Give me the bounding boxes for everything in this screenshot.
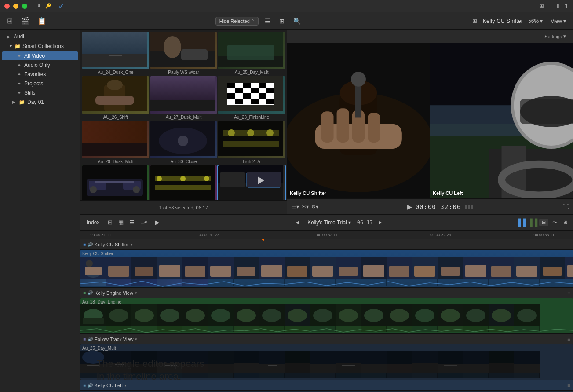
clip-item-clip3[interactable]: Au_25_Day_Mult [218, 32, 285, 75]
sidebar-item-projects[interactable]: ✦ Projects [2, 79, 78, 88]
fullscreen-button[interactable] [22, 4, 27, 9]
close-button[interactable] [4, 4, 10, 9]
clip-thumbnail [218, 76, 285, 114]
svg-point-52 [157, 176, 162, 181]
clip-item-clip10[interactable]: Lights2_B [82, 165, 149, 200]
ruler-mark-3: 00:00:32:23 [430, 233, 451, 237]
search-button[interactable]: 🔍 [291, 16, 303, 26]
svg-rect-49 [150, 165, 215, 200]
clip-label: Au_30_Close [150, 159, 217, 164]
clip-item-clip7[interactable]: Au_29_Dusk_Mult [82, 121, 149, 164]
list-view-toggle[interactable]: ☰ [262, 16, 273, 26]
clip-label: Au_28_FinishLine [218, 115, 285, 120]
preview-settings: Settings ▾ [287, 30, 573, 43]
all-video-label: All Video [24, 53, 45, 59]
clip-item-clip4[interactable]: AU_26_Shift [82, 76, 149, 119]
column-view-icon[interactable]: ⫼ [555, 3, 560, 9]
hide-rejected-chevron: ⌃ [251, 19, 255, 23]
sidebar-item-audi[interactable]: ▶ Audi [2, 32, 78, 41]
svg-point-12 [107, 80, 123, 90]
library-icon[interactable]: ⊞ [4, 15, 15, 26]
svg-rect-38 [223, 141, 279, 147]
svg-rect-29 [266, 99, 274, 104]
track1-clip-area[interactable]: Kelly CU Shifter [80, 250, 573, 287]
svg-rect-192 [361, 364, 387, 373]
grid-view-toggle[interactable]: ⊞ [277, 16, 287, 26]
sidebar-smart-collections[interactable]: ▼ 📁 Smart Collections [0, 41, 80, 51]
clip-item-clip9[interactable]: Light2_A [218, 121, 285, 164]
timeline-list-view[interactable]: ☰ [127, 218, 137, 227]
track1-name: Kelly CU Shifter [95, 242, 129, 247]
timeline-clip-view[interactable]: ⊞ [106, 218, 115, 227]
trim-tool[interactable]: ✂▾ [302, 204, 309, 210]
svg-rect-99 [237, 267, 255, 276]
timecode-separator: ▮▮▮ [464, 204, 474, 210]
event-icon[interactable]: 🎬 [18, 15, 32, 26]
svg-rect-28 [251, 99, 259, 104]
all-video-icon: ✦ [16, 53, 22, 59]
play-timeline-button[interactable]: ▶ [153, 218, 162, 227]
track3-menu: ≡ [567, 336, 570, 342]
index-button[interactable]: Index [84, 219, 102, 227]
clip-item-clip6[interactable]: Au_28_FinishLine [218, 76, 285, 119]
svg-rect-115 [441, 267, 460, 276]
sidebar-item-favorites[interactable]: ✦ Favorites [2, 70, 78, 79]
view-menu-button[interactable]: View ▾ [548, 17, 569, 26]
audio-waveform-btn[interactable]: 〜 [550, 218, 559, 227]
download-icon[interactable]: ⬇ [35, 3, 42, 10]
timeline-filmstrip-view[interactable]: ▦ [116, 218, 126, 227]
svg-point-162 [517, 309, 537, 322]
svg-point-148 [339, 309, 358, 322]
settings-button[interactable]: Settings ▾ [542, 32, 569, 40]
clip-item-clip12[interactable]: Kelly's Time Trial [218, 165, 285, 200]
audio-meter-icon: ▐▐ [516, 219, 526, 227]
smart-collections-icon: 📁 [15, 44, 21, 49]
svg-point-53 [180, 176, 186, 181]
play-button[interactable]: ▶ [407, 203, 412, 210]
sidebar-item-day01[interactable]: ▶ 📁 Day 01 [2, 98, 78, 106]
stills-icon: ✦ [16, 90, 22, 96]
nav-right-button[interactable]: ▶ [376, 219, 384, 226]
audio-only-icon: ✦ [16, 62, 22, 68]
stills-label: Stills [24, 90, 35, 96]
clip-thumbnail [150, 76, 217, 114]
share-icon[interactable]: ⬆ [564, 3, 569, 9]
grid-layout-button[interactable]: ⊞ [470, 16, 480, 26]
sidebar-item-audio-only[interactable]: ✦ Audio Only [2, 61, 78, 70]
clip-item-clip11[interactable]: Lights1_A [150, 165, 217, 200]
track2-audio-wave [80, 327, 573, 333]
svg-rect-93 [159, 265, 180, 277]
project-name-button[interactable]: Kelly's Time Trial ▾ [305, 218, 354, 227]
hide-rejected-button[interactable]: Hide Rejected ⌃ [215, 17, 259, 26]
svg-point-71 [351, 72, 366, 87]
clip-item-clip5[interactable]: Au_27_Dusk_Mult [150, 76, 217, 119]
svg-rect-113 [414, 266, 435, 277]
ruler-mark-1: 00:00:31:23 [199, 233, 220, 237]
sidebar-item-stills[interactable]: ✦ Stills [2, 88, 78, 97]
clip-item-clip2[interactable]: Pauly WS w/car [150, 32, 217, 75]
ruler-mark-2: 00:00:32:11 [317, 233, 338, 237]
project-icon[interactable]: 📋 [35, 15, 49, 26]
minimize-button[interactable] [13, 4, 18, 9]
svg-rect-123 [543, 267, 562, 276]
preview-viewer[interactable]: Kelly CU Shifter [287, 43, 573, 198]
clip-thumbnail [82, 121, 149, 158]
zoom-in-btn[interactable]: ⊞ [539, 219, 548, 226]
clip-view-toggle[interactable]: ▭▾ [292, 204, 299, 210]
clip-item-clip1[interactable]: Au_24_Dusk_One [82, 32, 149, 75]
svg-point-41 [266, 129, 274, 136]
clip-item-clip8[interactable]: Au_30_Close [150, 121, 217, 164]
timeline-view-options[interactable]: ▭▾ [138, 219, 150, 226]
list-view-icon[interactable]: ≡ [547, 3, 551, 9]
grid-switcher-icon[interactable]: ⊞ [539, 3, 544, 9]
retiming-tool[interactable]: ↻▾ [311, 204, 318, 210]
track2-clip-area[interactable]: Au_18_Day_Engine [80, 298, 573, 333]
lock-icon[interactable]: 🔑 [45, 3, 52, 10]
content-area: Au_24_Dusk_OnePauly WS w/carAu_25_Day_Mu… [80, 30, 573, 392]
zoom-control[interactable]: 56% ▾ [526, 17, 545, 26]
sidebar-item-all-video[interactable]: ✦ All Video [2, 51, 78, 60]
track4-color-icon: ■ [83, 383, 86, 388]
fullscreen-preview-button[interactable]: ⛶ [562, 203, 569, 210]
timeline-settings-btn[interactable]: ⊞ [561, 219, 569, 226]
nav-left-button[interactable]: ◀ [293, 219, 301, 226]
